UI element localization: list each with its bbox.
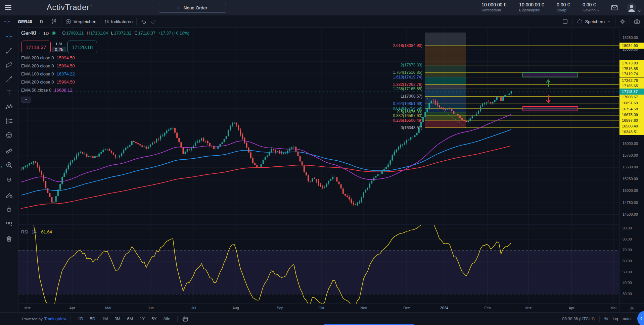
price-axis[interactable]: 18250.0018000.0016000.0015750.0015500.00… (619, 28, 644, 304)
current-price-tag: 17118.37 (619, 89, 644, 95)
settings-button[interactable] (615, 15, 630, 28)
new-order-button[interactable]: + Neue Order (159, 3, 226, 13)
indicator-legend-row[interactable]: EMA 100 close 016374.22 (21, 71, 189, 77)
symbol-button[interactable]: GER40 (14, 15, 36, 28)
compare-button[interactable]: Vergleichen (61, 15, 100, 28)
layout-button[interactable] (558, 15, 572, 28)
chart-legend: Ger40 · 1D O17098.21H17131.84L17072.32C1… (21, 30, 189, 103)
clock[interactable]: 08:38:36 (UTC+1) (562, 317, 595, 321)
range-button-5d[interactable]: 5D (87, 316, 98, 322)
time-axis[interactable]: MrzAprMaiJunJulAugSepOktNovDez2024FebMrz… (18, 304, 619, 313)
stat-caret-icon[interactable] (597, 8, 600, 12)
range-button-1m[interactable]: 1M (99, 316, 111, 322)
cursor-tool-button[interactable] (0, 15, 14, 28)
account-stats: 10 000.00 €Kontostand10 000.00 €Eigenkap… (481, 2, 600, 12)
indicators-button[interactable]: ƒxIndikatoren (100, 15, 136, 28)
fib-level-label: 2.618(18084.90) (393, 43, 422, 48)
undo-arrow-icon (140, 18, 147, 25)
range-button-1d[interactable]: 1D (75, 316, 86, 322)
crosshair-tool[interactable] (0, 30, 18, 44)
price-line-tag: 16343.51 (619, 129, 644, 135)
trademark: ™ (89, 4, 93, 8)
range-button-alle[interactable]: Alle (160, 316, 173, 322)
fib-level-label: 0.236(16500.49) (393, 118, 422, 123)
ruler-tool[interactable] (0, 144, 18, 158)
plus-circle-icon (65, 18, 72, 25)
go-to-date-icon[interactable] (182, 316, 188, 322)
indicator-name: EMA 200 close 0 (21, 55, 54, 60)
account-caret-icon[interactable] (638, 8, 641, 13)
price-axis-label: 14750.00 (623, 201, 638, 205)
menu-button[interactable] (5, 5, 11, 10)
legend-interval[interactable]: 1D (43, 31, 49, 36)
expand-toolbar-chevron[interactable]: › (0, 164, 2, 170)
mail-icon[interactable] (610, 4, 618, 12)
range-button-1y[interactable]: 1Y (137, 316, 148, 322)
remove-drawings-icon (5, 235, 13, 242)
indicator-name: EMA 100 close 0 (21, 71, 54, 76)
rsi-chart[interactable] (18, 225, 619, 304)
rsi-legend[interactable]: RSI 14 61.64 (21, 229, 52, 234)
ohlc-h: H17131.84 (87, 31, 108, 36)
header: ActivTrader™ + Neue Order 10 000.00 €Kon… (0, 0, 644, 15)
fib-level-label: 1.764(17516.85) (393, 70, 422, 75)
calendar-arrow-icon (182, 316, 188, 322)
brush-tool[interactable] (0, 72, 18, 86)
sell-button[interactable]: 17118.37 (21, 41, 51, 53)
percent-scale-button[interactable]: % (604, 317, 608, 321)
magnet-tool[interactable] (0, 174, 18, 188)
forecast-tool[interactable] (0, 114, 18, 128)
legend-symbol[interactable]: Ger40 (21, 30, 36, 36)
lock-all-tool[interactable] (0, 202, 18, 216)
time-axis-settings[interactable] (619, 304, 644, 313)
time-axis-label: Sep (277, 306, 283, 310)
interval-button[interactable]: D (36, 15, 47, 28)
indicator-legend-row[interactable]: EMA 200 close 015994.50 (21, 63, 189, 69)
trend-line-icon (5, 47, 13, 54)
text-icon (5, 89, 13, 97)
fib-level-label: 0(16343.51) (401, 125, 422, 130)
auto-scale-button[interactable]: auto (623, 317, 631, 321)
zoom-in-tool[interactable] (0, 158, 18, 172)
xabcd-pattern-tool[interactable] (0, 100, 18, 114)
avatar[interactable] (627, 3, 637, 14)
snapshot-button[interactable] (630, 15, 644, 28)
gear-icon (619, 18, 626, 25)
emoji-tool[interactable] (0, 128, 18, 142)
hide-drawings-tool[interactable] (0, 216, 18, 230)
redo-button[interactable] (150, 15, 160, 28)
fib-level-label: 1.236(17165.65) (393, 87, 422, 91)
range-button-6m[interactable]: 6M (124, 316, 136, 322)
price-line-tag: 17165.65 (619, 83, 644, 89)
fib-level-label: 1(17008.67) (401, 94, 422, 99)
crosshair-icon (4, 18, 10, 25)
range-button-5y[interactable]: 5Y (148, 316, 159, 322)
trend-line-tool[interactable] (0, 44, 18, 58)
ohlc-l: L17072.32 (111, 31, 131, 36)
xabcd-pattern-icon (5, 103, 13, 111)
text-tool[interactable] (0, 86, 18, 100)
chart-style-button[interactable] (47, 15, 61, 28)
stat-label: Kontostand (481, 8, 506, 12)
time-axis-label: Mai (610, 306, 616, 310)
tradingview-link[interactable]: TradingView (44, 317, 66, 321)
drawing-lock-tool[interactable] (0, 188, 18, 202)
indicator-legend-row[interactable]: EMA 50 close 016688.12 (21, 88, 189, 94)
undo-button[interactable] (137, 15, 150, 28)
toolbar-divider (3, 231, 15, 231)
remove-drawings-tool[interactable] (0, 232, 18, 246)
log-scale-button[interactable]: log (613, 317, 618, 321)
indicator-legend-row[interactable]: EMA 200 close 015994.50 (21, 55, 189, 61)
drawing-lock-icon (5, 191, 13, 199)
save-button[interactable]: Speichern (572, 15, 615, 28)
collapse-panel-button[interactable]: ‹ (637, 311, 644, 325)
buy-button[interactable]: 17120.18 (67, 41, 97, 53)
forecast-icon (5, 117, 13, 125)
time-axis-label: Jul (191, 306, 196, 310)
price-line-tag: 16500.49 (619, 123, 644, 129)
gann-fibonacci-tool[interactable] (0, 58, 18, 72)
indicator-value: 16688.12 (54, 88, 72, 93)
collapse-legend-button[interactable] (21, 97, 31, 103)
range-button-3m[interactable]: 3M (111, 316, 123, 322)
indicator-legend-row[interactable]: EMA 200 close 015994.50 (21, 79, 189, 86)
